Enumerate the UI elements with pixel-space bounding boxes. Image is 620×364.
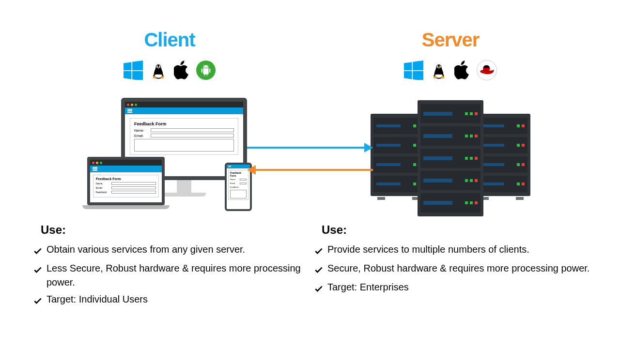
check-icon — [34, 263, 43, 277]
client-title: Client — [144, 29, 195, 51]
svg-point-4 — [157, 66, 157, 67]
client-use-item: Less Secure, Robust hardware & requires … — [34, 261, 310, 289]
request-arrow-icon — [247, 143, 373, 152]
check-icon — [34, 294, 43, 308]
server-title: Server — [422, 29, 480, 51]
check-icon — [315, 282, 324, 296]
svg-point-5 — [159, 66, 160, 67]
svg-line-8 — [203, 64, 203, 65]
diagram-container: Client — [0, 0, 620, 311]
client-use-item: Target: Individual Users — [34, 292, 310, 308]
server-use-item: Secure, Robust hardware & requires more … — [315, 261, 591, 277]
apple-icon — [174, 61, 189, 80]
server-use-block: Use: Provide services to multiple number… — [310, 216, 591, 299]
laptop-icon: Feedback Form Name: Email: Feedback: — [82, 157, 170, 209]
server-rack-icon — [418, 96, 483, 215]
client-os-row — [124, 60, 216, 81]
svg-line-9 — [208, 64, 208, 65]
check-icon — [315, 263, 324, 277]
client-use-block: Use: Obtain various services from any gi… — [29, 216, 310, 311]
windows-icon — [404, 61, 423, 80]
check-icon — [315, 244, 324, 258]
response-arrow-icon — [247, 165, 373, 175]
svg-point-7 — [207, 66, 207, 67]
android-icon — [196, 61, 216, 80]
svg-point-6 — [204, 66, 205, 67]
linux-icon — [430, 61, 448, 80]
server-use-heading: Use: — [315, 223, 591, 237]
windows-icon — [124, 61, 143, 80]
linux-icon — [150, 61, 167, 80]
svg-point-14 — [437, 66, 438, 67]
server-use-item: Target: Enterprises — [315, 280, 591, 296]
form-title: Feedback Form — [134, 121, 234, 126]
client-use-item: Obtain various services from any given s… — [34, 243, 310, 258]
check-icon — [34, 244, 43, 258]
server-use-item: Provide services to multiple numbers of … — [315, 243, 591, 258]
redhat-icon — [477, 60, 497, 80]
svg-point-15 — [440, 66, 440, 67]
server-os-row — [404, 60, 497, 81]
arrows-group — [247, 143, 373, 187]
client-use-heading: Use: — [34, 223, 310, 237]
apple-icon — [454, 61, 470, 80]
